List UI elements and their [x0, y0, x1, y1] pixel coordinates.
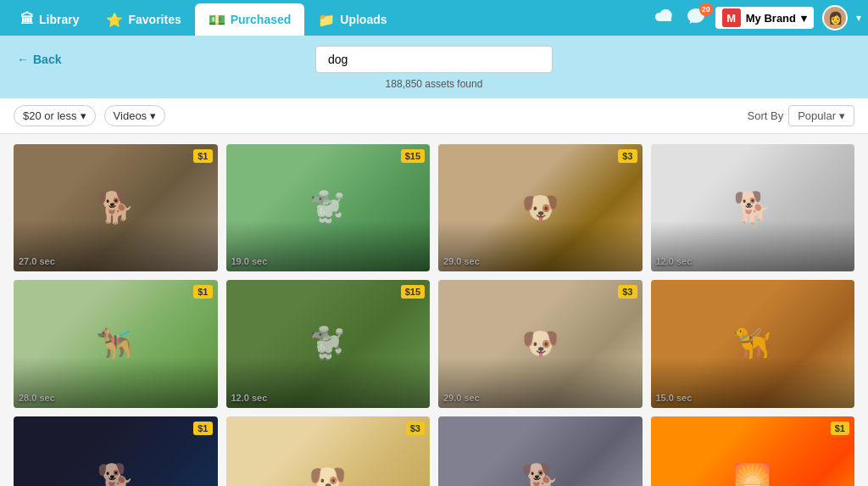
- price-badge: $15: [401, 149, 425, 163]
- video-thumbnail-image: 🐩: [226, 280, 431, 407]
- video-thumb-9[interactable]: 🐕$120.0 sec: [14, 416, 218, 486]
- video-grid-area: 🐕$127.0 sec🐩$1519.0 sec🐶$329.0 sec🐕12.0 …: [0, 134, 868, 486]
- sort-button[interactable]: Popular ▾: [788, 105, 854, 126]
- duration-badge: 12.0 sec: [231, 393, 268, 403]
- tab-library[interactable]: 🏛 Library: [7, 3, 92, 36]
- brand-label: My Brand: [746, 12, 796, 25]
- video-thumb-3[interactable]: 🐶$329.0 sec: [438, 144, 643, 271]
- video-thumb-8[interactable]: 🦮15.0 sec: [651, 280, 855, 407]
- price-filter-button[interactable]: $20 or less ▾: [14, 105, 96, 126]
- price-badge: $1: [193, 285, 212, 299]
- price-chevron-icon: ▾: [81, 109, 86, 122]
- dollar-icon: 💵: [209, 12, 225, 28]
- chat-button[interactable]: 20: [685, 7, 707, 30]
- sort-value: Popular: [798, 109, 836, 122]
- price-badge: $1: [193, 422, 212, 435]
- tab-purchased-label: Purchased: [231, 13, 292, 26]
- video-thumbnail-image: 🐶: [438, 280, 643, 407]
- price-badge: $3: [618, 149, 637, 163]
- price-badge: $1: [193, 149, 212, 163]
- tab-library-label: Library: [39, 13, 79, 26]
- video-thumbnail-image: 🌅: [651, 416, 855, 486]
- search-area: ← Back 188,850 assets found: [0, 36, 868, 98]
- search-row: ← Back: [14, 46, 854, 73]
- video-thumb-2[interactable]: 🐩$1519.0 sec: [226, 144, 431, 271]
- tab-favorites-label: Favorites: [128, 13, 181, 26]
- tab-uploads-label: Uploads: [340, 13, 387, 26]
- filters-row: $20 or less ▾ Videos ▾ Sort By Popular ▾: [0, 98, 868, 134]
- back-button[interactable]: ← Back: [17, 53, 61, 66]
- video-thumbnail-image: 🐩: [226, 144, 431, 271]
- video-thumbnail-image: 🐕: [14, 416, 218, 486]
- sort-by-label: Sort By: [748, 109, 784, 122]
- sort-chevron-icon: ▾: [839, 109, 845, 122]
- duration-badge: 19.0 sec: [231, 256, 268, 266]
- type-filter-label: Videos: [114, 109, 147, 122]
- back-label: Back: [33, 53, 61, 66]
- video-thumb-5[interactable]: 🐕‍🦺$128.0 sec: [14, 280, 218, 407]
- brand-initial: M: [722, 8, 741, 27]
- user-avatar[interactable]: 👩: [822, 5, 848, 31]
- video-thumb-12[interactable]: 🌅$18.0 sec: [651, 416, 855, 486]
- video-thumb-7[interactable]: 🐶$329.0 sec: [438, 280, 643, 407]
- duration-badge: 15.0 sec: [656, 393, 693, 403]
- video-thumbnail-image: 🐕: [14, 144, 218, 271]
- result-count: 188,850 assets found: [386, 78, 483, 90]
- video-thumbnail-image: 🐶: [226, 416, 431, 486]
- library-icon: 🏛: [20, 12, 34, 27]
- brand-selector[interactable]: M My Brand ▾: [715, 7, 814, 29]
- top-navigation: 🏛 Library ⭐ Favorites 💵 Purchased 📁 Uplo…: [0, 0, 868, 36]
- tab-purchased[interactable]: 💵 Purchased: [195, 3, 305, 36]
- video-thumb-11[interactable]: 🐕19.0 sec: [438, 416, 643, 486]
- duration-badge: 12.0 sec: [656, 256, 693, 266]
- video-thumbnail-image: 🦮: [651, 280, 855, 407]
- brand-chevron-icon: ▾: [801, 12, 807, 25]
- avatar-chevron-icon[interactable]: ▾: [856, 12, 861, 24]
- tab-uploads[interactable]: 📁 Uploads: [304, 3, 400, 36]
- upload-icon: 📁: [318, 12, 335, 28]
- chat-badge: 20: [699, 3, 713, 16]
- cloud-button[interactable]: [654, 8, 676, 29]
- search-input[interactable]: [315, 46, 553, 73]
- video-thumb-10[interactable]: 🐶$35.0 sec: [226, 416, 431, 486]
- price-badge: $1: [831, 422, 849, 435]
- back-arrow-icon: ←: [17, 53, 29, 66]
- tab-favorites[interactable]: ⭐ Favorites: [92, 3, 194, 36]
- price-badge: $3: [406, 422, 425, 435]
- video-thumbnail-image: 🐕‍🦺: [14, 280, 218, 407]
- video-grid: 🐕$127.0 sec🐩$1519.0 sec🐶$329.0 sec🐕12.0 …: [14, 144, 854, 486]
- price-badge: $15: [401, 285, 425, 299]
- video-thumb-6[interactable]: 🐩$1512.0 sec: [226, 280, 431, 407]
- duration-badge: 29.0 sec: [443, 393, 480, 403]
- sort-area: Sort By Popular ▾: [748, 105, 854, 126]
- video-thumbnail-image: 🐕: [651, 144, 855, 271]
- type-chevron-icon: ▾: [150, 109, 156, 122]
- video-thumbnail-image: 🐕: [438, 416, 643, 486]
- video-thumbnail-image: 🐶: [438, 144, 643, 271]
- nav-right-controls: 20 M My Brand ▾ 👩 ▾: [654, 0, 861, 36]
- duration-badge: 27.0 sec: [19, 256, 55, 266]
- type-filter-button[interactable]: Videos ▾: [104, 105, 166, 126]
- star-icon: ⭐: [106, 12, 123, 28]
- duration-badge: 29.0 sec: [443, 256, 480, 266]
- duration-badge: 28.0 sec: [19, 393, 55, 403]
- price-filter-label: $20 or less: [23, 109, 77, 122]
- video-thumb-1[interactable]: 🐕$127.0 sec: [14, 144, 218, 271]
- video-thumb-4[interactable]: 🐕12.0 sec: [651, 144, 855, 271]
- price-badge: $3: [618, 285, 637, 299]
